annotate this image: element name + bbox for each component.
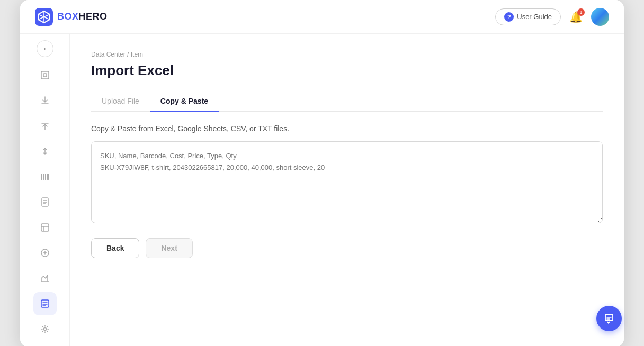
tab-copy-paste[interactable]: Copy & Paste xyxy=(150,92,219,112)
header-right: ? User Guide 🔔 1 xyxy=(495,8,609,26)
sidebar-item-table[interactable] xyxy=(33,216,57,239)
main-body: › xyxy=(20,34,624,346)
sidebar: › xyxy=(20,34,70,346)
sidebar-item-add[interactable] xyxy=(33,241,57,265)
sidebar-item-upload[interactable] xyxy=(33,114,57,138)
sidebar-item-download[interactable] xyxy=(33,89,57,112)
sidebar-toggle[interactable]: › xyxy=(37,40,53,57)
logo-text: BOXHERO xyxy=(57,11,108,22)
app-window: BOXHERO ? User Guide 🔔 1 › xyxy=(20,0,624,346)
question-icon: ? xyxy=(504,12,514,22)
user-guide-button[interactable]: ? User Guide xyxy=(495,8,561,25)
svg-rect-13 xyxy=(41,224,49,231)
content: Data Center / Item Import Excel Upload F… xyxy=(70,34,624,346)
svg-rect-10 xyxy=(47,174,48,180)
next-button[interactable]: Next xyxy=(146,238,192,258)
logo: BOXHERO xyxy=(35,8,108,26)
button-group: Back Next xyxy=(91,238,603,258)
chat-button[interactable] xyxy=(596,306,622,331)
svg-point-16 xyxy=(43,328,46,331)
header: BOXHERO ? User Guide 🔔 1 xyxy=(20,0,624,34)
notification-icon[interactable]: 🔔 1 xyxy=(569,11,583,23)
avatar[interactable] xyxy=(591,8,609,26)
svg-rect-6 xyxy=(43,74,47,77)
svg-rect-7 xyxy=(41,174,42,180)
logo-icon xyxy=(35,8,53,26)
sidebar-item-settings[interactable] xyxy=(33,317,57,341)
sidebar-item-inventory[interactable] xyxy=(33,63,57,87)
breadcrumb: Data Center / Item xyxy=(91,51,603,58)
sidebar-item-import[interactable] xyxy=(33,292,57,315)
svg-rect-11 xyxy=(48,174,49,180)
tab-bar: Upload File Copy & Paste xyxy=(91,92,603,112)
sidebar-item-chart[interactable] xyxy=(33,267,57,290)
svg-rect-9 xyxy=(45,174,46,180)
paste-textarea[interactable] xyxy=(91,141,603,223)
notification-badge: 1 xyxy=(577,8,585,16)
sidebar-item-barcode[interactable] xyxy=(33,165,57,188)
svg-rect-8 xyxy=(43,174,44,180)
copy-paste-description: Copy & Paste from Excel, Google Sheets, … xyxy=(91,124,603,133)
page-title: Import Excel xyxy=(91,62,603,79)
sidebar-item-transfer[interactable] xyxy=(33,140,57,163)
sidebar-item-document[interactable] xyxy=(33,190,57,214)
tab-upload-file[interactable]: Upload File xyxy=(91,92,150,112)
back-button[interactable]: Back xyxy=(91,238,139,258)
svg-rect-15 xyxy=(41,300,49,307)
svg-rect-5 xyxy=(41,71,49,79)
